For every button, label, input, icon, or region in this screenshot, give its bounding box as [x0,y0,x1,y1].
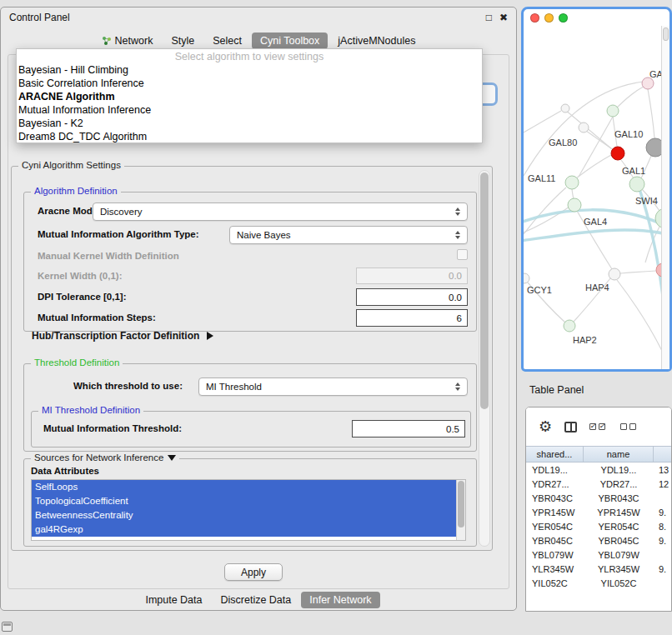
table-row[interactable]: YBR043CYBR043C [526,491,671,505]
algorithm-option-mutual-information-inference[interactable]: Mutual Information Inference [17,103,482,117]
table-row[interactable]: YIL052CYIL052C [526,576,671,590]
table-panel-window: ⚙ shared...name YDL19...YDL19...13YDR27.… [525,407,672,612]
table-row[interactable]: YBL079WYBL079W [526,548,671,562]
table-cell: YDL19... [526,465,584,475]
attributes-list-scrollbar[interactable] [456,480,465,540]
attribute-item-gal4rgexp[interactable]: gal4RGexp [32,522,456,537]
network-edge [617,87,644,108]
table-cell: YER054C [584,522,654,532]
table-row[interactable]: YLR345WYLR345W9. [526,562,671,576]
settings-scrollbar[interactable] [479,170,490,547]
network-node[interactable] [629,177,644,192]
bottom-tabbar: Impute DataDiscretize DataInfer Network [1,592,516,608]
network-node[interactable] [561,104,569,112]
kernel-width-input: 0.0 [356,268,468,284]
tab-style[interactable]: Style [163,32,203,49]
tab-impute-data[interactable]: Impute Data [137,592,210,608]
algorithm-option-dream8-dc-tdc-algorithm[interactable]: Dream8 DC_TDC Algorithm [17,130,482,143]
tab-label: Discretize Data [221,594,292,606]
network-node[interactable] [579,122,589,132]
expand-right-icon [207,332,213,340]
select-all-columns-icon[interactable] [589,423,608,430]
network-node[interactable] [565,176,579,189]
panel-window-buttons: □ ✖ [486,12,508,22]
dpi-tolerance-input[interactable]: 0.0 [356,288,468,306]
attribute-item-selfloops[interactable]: SelfLoops [32,480,456,494]
tab-label: Network [115,35,153,47]
tab-label: Infer Network [309,594,371,606]
tab-select[interactable]: Select [204,32,250,49]
column-header-3[interactable] [654,447,671,462]
minimize-traffic-light[interactable] [544,13,554,22]
attribute-item-betweennesscentrality[interactable]: BetweennessCentrality [32,508,456,522]
mi-steps-input[interactable]: 6 [356,309,468,327]
float-panel-icon[interactable]: □ [486,12,492,22]
column-header-1[interactable]: shared... [526,447,584,462]
table-settings-gear-icon[interactable]: ⚙ [539,419,552,434]
tab-label: Style [171,35,194,47]
panel-dock-icon[interactable] [2,622,13,632]
network-graph[interactable]: GALGAL10GAL80GAL11GAL1SWI4GAL4GCY1HAP4YH… [524,24,664,372]
hub-definition-label: Hub/Transcription Factor Definition [32,330,199,342]
deselect-all-columns-icon[interactable] [620,423,639,430]
network-tab-icon [102,36,112,46]
network-edge [524,111,561,132]
table-cell: 9. [654,564,671,574]
zoom-traffic-light[interactable] [559,13,568,22]
tab-infer-network[interactable]: Infer Network [301,592,379,608]
network-node[interactable] [611,147,624,160]
algorithm-option-bayesian-hill-climbing[interactable]: Bayesian - Hill Climbing [17,63,482,77]
network-node-label: GAL80 [549,138,577,148]
network-node[interactable] [609,268,620,280]
aracne-mode-select[interactable]: Discovery [93,202,468,221]
table-body: YDL19...YDL19...13YDR27...YDR27...12YBR0… [526,462,671,590]
table-cell: YLR345W [526,564,584,574]
show-columns-icon[interactable] [564,422,577,432]
mi-type-select[interactable]: Naive Bayes [229,226,468,244]
network-node[interactable] [642,78,654,89]
network-node-label: SWI4 [635,196,658,206]
tab-jactivemnodules[interactable]: jActiveMNodules [329,32,424,49]
tab-discretize-data[interactable]: Discretize Data [213,592,300,608]
cyni-settings-group: Cyni Algorithm Settings Algorithm Defini… [11,166,493,551]
attribute-item-topologicalcoefficient[interactable]: TopologicalCoefficient [32,494,456,508]
network-scrollbar-thumb[interactable] [663,28,669,41]
mi-threshold-input[interactable]: 0.5 [352,420,465,438]
apply-button[interactable]: Apply [224,563,283,581]
network-node[interactable] [607,105,619,117]
which-threshold-label: Which threshold to use: [73,381,183,391]
network-edge [648,89,654,138]
close-panel-icon[interactable]: ✖ [499,12,508,22]
algorithm-option-aracne-algorithm[interactable]: ARACNE Algorithm [17,90,482,103]
table-row[interactable]: YBR045CYBR045C9. [526,533,671,548]
algorithm-dropdown-placeholder: Select algorithm to view settings [17,50,482,63]
network-node[interactable] [524,273,529,283]
column-header-2[interactable]: name [584,447,654,462]
network-node[interactable] [564,320,575,332]
tab-cyni-toolbox[interactable]: Cyni Toolbox [252,32,328,49]
data-attributes-list[interactable]: SelfLoopsTopologicalCoefficientBetweenne… [31,479,466,541]
algorithm-option-bayesian-k2[interactable]: Bayesian - K2 [17,117,482,130]
hub-definition-toggle[interactable]: Hub/Transcription Factor Definition [32,330,213,342]
close-traffic-light[interactable] [530,13,539,22]
sources-group-title[interactable]: Sources for Network Inference [31,452,179,462]
tab-network[interactable]: Network [93,32,162,49]
algorithm-option-basic-correlation-inference[interactable]: Basic Correlation Inference [17,77,482,90]
network-node[interactable] [568,198,581,212]
table-row[interactable]: YDR27...YDR27...12 [526,477,671,491]
scrollbar-thumb[interactable] [458,481,464,528]
table-row[interactable]: YPR145WYPR145W9. [526,505,671,519]
network-scrollbar[interactable] [661,26,669,369]
cyni-settings-title: Cyni Algorithm Settings [18,160,124,170]
table-row[interactable]: YDL19...YDL19...13 [526,462,671,477]
table-row[interactable]: YER054CYER054C8. [526,519,671,533]
mi-steps-label: Mutual Information Steps: [38,312,156,322]
algorithm-dropdown-popup: Select algorithm to view settings Bayesi… [16,48,483,143]
table-cell: YDR27... [526,479,584,489]
control-panel-titlebar[interactable]: Control Panel □ ✖ [1,8,516,28]
dropdown-arrows-icon [451,382,464,391]
table-cell: YDR27... [584,479,654,489]
which-threshold-select[interactable]: MI Threshold [198,378,468,396]
scrollbar-thumb[interactable] [480,172,489,409]
table-cell: YBR045C [584,536,654,546]
